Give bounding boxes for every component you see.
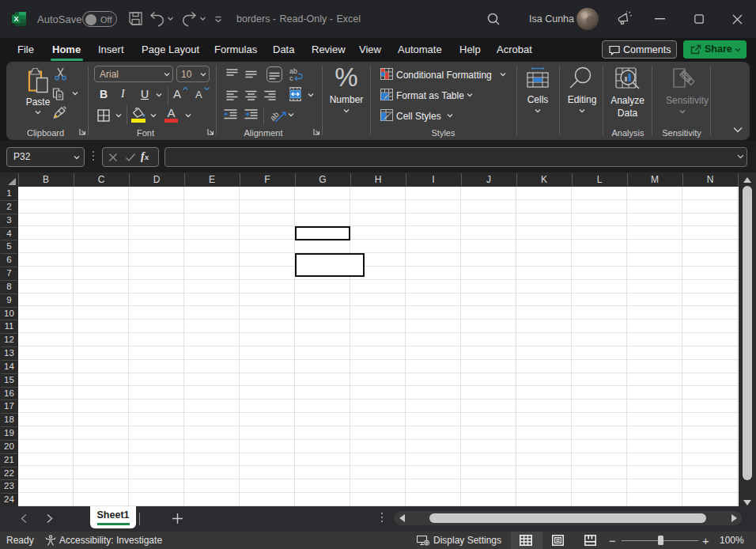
svg-text:c: c — [289, 74, 293, 81]
svg-text:ab: ab — [270, 110, 281, 123]
svg-text:X: X — [13, 15, 18, 23]
